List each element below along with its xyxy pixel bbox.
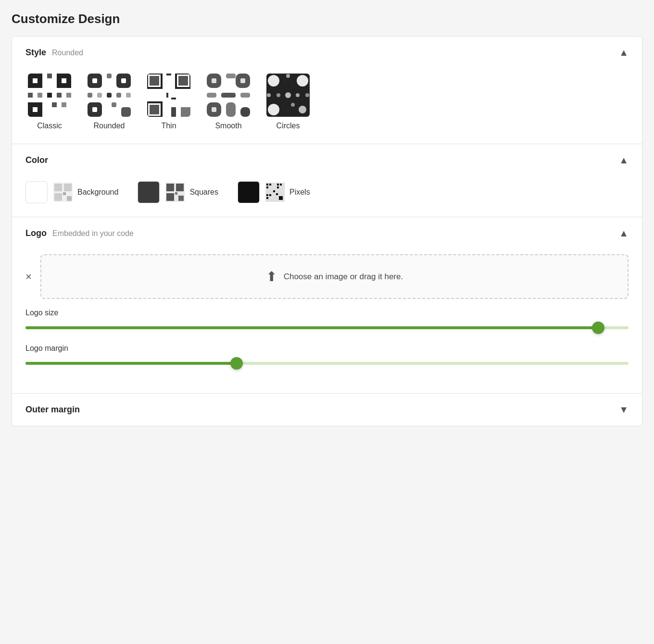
svg-rect-29 xyxy=(150,76,159,86)
svg-rect-49 xyxy=(240,78,245,83)
qr-thin-svg xyxy=(147,74,190,117)
svg-rect-40 xyxy=(226,74,236,78)
logo-margin-slider-thumb[interactable] xyxy=(230,357,243,370)
logo-margin-slider-container xyxy=(25,359,629,368)
svg-rect-3 xyxy=(28,93,33,98)
style-option-smooth-label: Smooth xyxy=(215,122,241,130)
svg-point-55 xyxy=(267,93,271,97)
style-option-smooth[interactable]: Smooth xyxy=(204,74,252,130)
svg-rect-46 xyxy=(226,102,236,117)
svg-rect-26 xyxy=(121,78,126,83)
customize-card: Style Rounded ▲ xyxy=(12,36,642,426)
svg-rect-25 xyxy=(92,78,97,83)
background-swatch[interactable] xyxy=(25,181,48,203)
svg-rect-50 xyxy=(212,107,216,112)
svg-rect-23 xyxy=(112,102,116,107)
style-section-header[interactable]: Style Rounded ▲ xyxy=(12,37,642,69)
upload-icon: ⬆ xyxy=(266,269,277,285)
color-options-list: Background xyxy=(25,181,629,203)
svg-rect-70 xyxy=(166,184,174,191)
svg-rect-1 xyxy=(47,74,52,78)
logo-subtitle: Embedded in your code xyxy=(52,229,134,238)
svg-rect-12 xyxy=(62,78,66,83)
logo-section-header[interactable]: Logo Embedded in your code ▲ xyxy=(12,217,642,249)
logo-chevron: ▲ xyxy=(619,228,629,239)
style-header-left: Style Rounded xyxy=(25,48,83,58)
logo-margin-slider-section: Logo margin xyxy=(25,344,629,368)
svg-rect-87 xyxy=(279,196,283,200)
page-title: Customize Design xyxy=(12,12,642,26)
svg-rect-73 xyxy=(175,192,177,195)
color-option-squares[interactable]: Squares xyxy=(138,181,218,203)
color-section-body: Background xyxy=(12,176,642,217)
logo-size-slider-thumb[interactable] xyxy=(592,322,604,334)
style-options-list: Classic xyxy=(25,74,629,130)
style-option-circles[interactable]: Circles xyxy=(264,74,312,130)
svg-rect-83 xyxy=(269,194,271,196)
svg-point-62 xyxy=(299,106,306,113)
svg-point-57 xyxy=(285,92,291,98)
style-section-body: Classic xyxy=(12,69,642,144)
svg-rect-66 xyxy=(54,193,62,201)
logo-margin-slider-fill xyxy=(25,362,237,365)
qr-smooth-svg xyxy=(207,74,250,117)
svg-rect-86 xyxy=(276,193,278,195)
logo-title: Logo xyxy=(25,228,47,238)
color-option-background[interactable]: Background xyxy=(25,181,118,203)
svg-rect-84 xyxy=(266,197,268,199)
svg-rect-15 xyxy=(107,74,112,78)
qr-rounded-svg xyxy=(88,74,131,117)
svg-rect-18 xyxy=(97,93,102,98)
svg-rect-43 xyxy=(221,93,236,98)
style-option-thin-img xyxy=(147,74,190,117)
color-option-pixels[interactable]: Pixels xyxy=(238,181,310,203)
svg-rect-7 xyxy=(66,93,71,98)
svg-point-61 xyxy=(291,103,295,107)
svg-rect-21 xyxy=(126,93,131,98)
logo-close-button[interactable]: × xyxy=(25,271,32,283)
color-section-header[interactable]: Color ▲ xyxy=(12,144,642,176)
background-qr-mini xyxy=(53,183,73,202)
svg-rect-32 xyxy=(178,76,188,86)
svg-rect-82 xyxy=(266,194,268,196)
svg-point-60 xyxy=(268,104,279,115)
svg-rect-19 xyxy=(107,93,112,98)
svg-rect-47 xyxy=(240,107,250,117)
logo-header-left: Logo Embedded in your code xyxy=(25,228,134,238)
svg-point-53 xyxy=(286,74,290,78)
svg-rect-76 xyxy=(266,184,268,186)
pixels-swatch[interactable] xyxy=(238,181,260,203)
svg-rect-67 xyxy=(63,192,66,195)
style-option-classic-img xyxy=(28,74,71,117)
qr-circles-svg xyxy=(266,74,310,117)
logo-margin-label: Logo margin xyxy=(25,344,629,353)
svg-rect-24 xyxy=(121,107,131,117)
style-option-smooth-img xyxy=(207,74,250,117)
color-title: Color xyxy=(25,155,48,165)
style-title: Style xyxy=(25,48,46,58)
svg-rect-10 xyxy=(62,102,66,107)
style-section: Style Rounded ▲ xyxy=(12,37,642,144)
logo-size-slider-container xyxy=(25,323,629,333)
style-option-classic[interactable]: Classic xyxy=(25,74,74,130)
logo-size-label: Logo size xyxy=(25,309,629,317)
logo-upload-wrapper: ⬆ Choose an image or drag it here. xyxy=(40,254,629,299)
outer-margin-header[interactable]: Outer margin ▼ xyxy=(12,394,642,426)
squares-qr-mini xyxy=(165,183,185,202)
squares-swatch[interactable] xyxy=(138,181,160,203)
logo-size-slider-section: Logo size xyxy=(25,309,629,333)
svg-rect-85 xyxy=(273,190,275,192)
color-section: Color ▲ xyxy=(12,144,642,217)
outer-margin-title: Outer margin xyxy=(25,405,80,415)
style-option-thin[interactable]: Thin xyxy=(145,74,193,130)
style-option-rounded[interactable]: Rounded xyxy=(85,74,133,130)
style-option-thin-label: Thin xyxy=(161,122,176,130)
svg-rect-6 xyxy=(57,93,62,98)
style-option-circles-label: Circles xyxy=(277,122,300,130)
svg-rect-5 xyxy=(47,93,52,98)
svg-rect-38 xyxy=(171,107,176,117)
svg-rect-36 xyxy=(171,98,176,99)
style-chevron: ▲ xyxy=(619,47,629,58)
logo-upload-area[interactable]: ⬆ Choose an image or drag it here. xyxy=(40,254,629,299)
svg-rect-81 xyxy=(277,186,279,188)
